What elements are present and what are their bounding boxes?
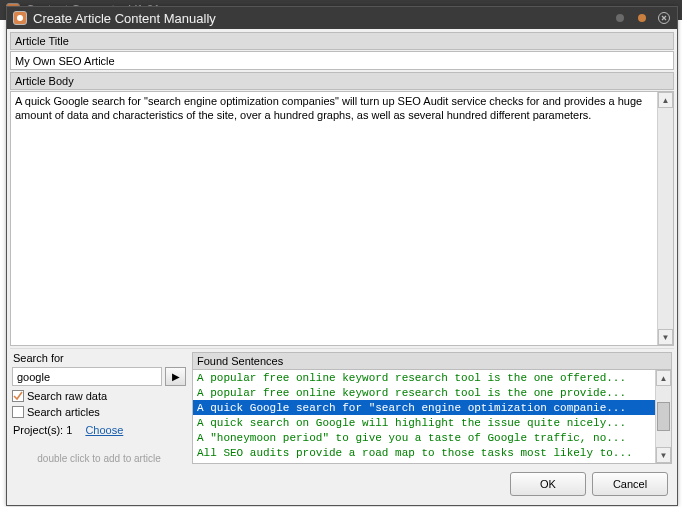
- close-button[interactable]: [657, 11, 671, 25]
- search-raw-data-checkbox[interactable]: Search raw data: [12, 390, 186, 402]
- scroll-up-icon[interactable]: ▲: [658, 92, 673, 108]
- found-sentences-label: Found Sentences: [192, 352, 672, 370]
- found-sentences-panel: Found Sentences A popular free online ke…: [192, 352, 672, 464]
- body-scrollbar[interactable]: ▲ ▼: [657, 92, 673, 345]
- found-sentences-list[interactable]: A popular free online keyword research t…: [193, 370, 655, 463]
- found-sentences-scrollbar[interactable]: ▲ ▼: [655, 370, 671, 463]
- search-go-button[interactable]: ▶: [165, 367, 186, 386]
- hint-text: double click to add to article: [12, 453, 186, 464]
- article-title-input[interactable]: [10, 51, 674, 70]
- checkbox-icon: [12, 390, 24, 402]
- play-icon: ▶: [172, 371, 180, 382]
- scroll-thumb[interactable]: [657, 402, 670, 431]
- scroll-down-icon[interactable]: ▼: [656, 447, 671, 463]
- ok-button[interactable]: OK: [510, 472, 586, 496]
- scroll-up-icon[interactable]: ▲: [656, 370, 671, 386]
- dialog-content: Article Title Article Body ▲ ▼ Search fo…: [7, 29, 677, 505]
- dialog-window: Create Article Content Manually Article …: [6, 6, 678, 506]
- found-sentences-listwrap: A popular free online keyword research t…: [192, 370, 672, 464]
- article-title-label: Article Title: [10, 32, 674, 50]
- article-body-wrap: ▲ ▼: [10, 91, 674, 346]
- button-row: OK Cancel: [10, 466, 674, 502]
- choose-projects-link[interactable]: Choose: [85, 424, 123, 436]
- checkbox-icon: [12, 406, 24, 418]
- article-body-textarea[interactable]: [11, 92, 657, 345]
- search-for-label: Search for: [12, 352, 186, 364]
- lower-pane: Search for ▶ Search raw data Search arti…: [10, 348, 674, 466]
- minimize-button[interactable]: [613, 11, 627, 25]
- search-raw-data-label: Search raw data: [27, 390, 107, 402]
- dialog-icon: [13, 11, 27, 25]
- list-item[interactable]: All SEO audits provide a road map to tho…: [193, 445, 655, 460]
- scroll-down-icon[interactable]: ▼: [658, 329, 673, 345]
- list-item[interactable]: A "honeymoon period" to give you a taste…: [193, 430, 655, 445]
- list-item[interactable]: A quick search on Google will highlight …: [193, 415, 655, 430]
- search-panel: Search for ▶ Search raw data Search arti…: [12, 352, 186, 464]
- projects-count: 1: [66, 424, 72, 436]
- dialog-title: Create Article Content Manually: [33, 11, 605, 26]
- search-input[interactable]: [12, 367, 162, 386]
- list-item[interactable]: A quick Google search for "search engine…: [193, 400, 655, 415]
- list-item[interactable]: A popular free online keyword research t…: [193, 385, 655, 400]
- projects-label: Project(s):: [13, 424, 63, 436]
- cancel-button[interactable]: Cancel: [592, 472, 668, 496]
- search-articles-checkbox[interactable]: Search articles: [12, 406, 186, 418]
- upper-pane: Article Title Article Body ▲ ▼: [10, 32, 674, 348]
- search-articles-label: Search articles: [27, 406, 100, 418]
- maximize-button[interactable]: [635, 11, 649, 25]
- titlebar[interactable]: Create Article Content Manually: [7, 7, 677, 29]
- list-item[interactable]: A popular free online keyword research t…: [193, 370, 655, 385]
- article-body-label: Article Body: [10, 72, 674, 90]
- projects-row: Project(s): 1 Choose: [12, 424, 186, 436]
